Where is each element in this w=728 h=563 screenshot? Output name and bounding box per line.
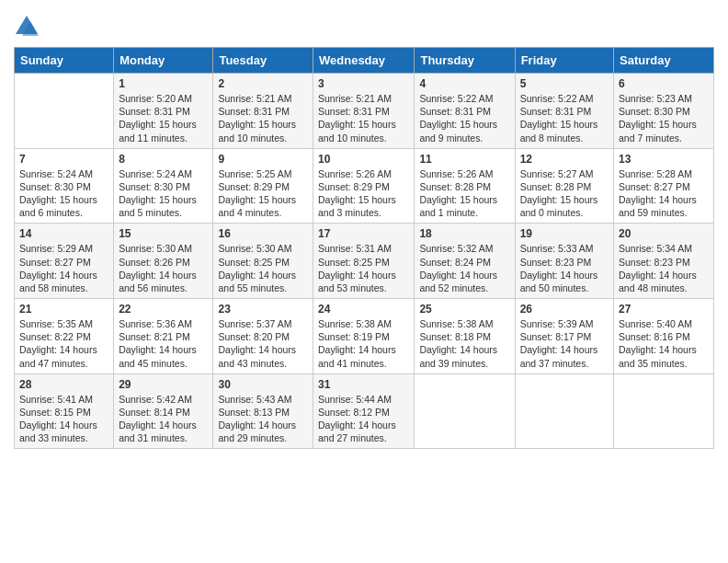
day-info: Sunrise: 5:27 AM Sunset: 8:28 PM Dayligh… — [520, 167, 609, 220]
day-cell: 23Sunrise: 5:37 AM Sunset: 8:20 PM Dayli… — [213, 299, 313, 374]
day-number: 21 — [19, 303, 108, 316]
day-cell — [15, 74, 114, 149]
day-info: Sunrise: 5:44 AM Sunset: 8:12 PM Dayligh… — [318, 393, 409, 445]
day-number: 6 — [619, 77, 709, 90]
calendar-body: 1Sunrise: 5:20 AM Sunset: 8:31 PM Daylig… — [15, 74, 714, 449]
week-row-5: 28Sunrise: 5:41 AM Sunset: 8:15 PM Dayli… — [15, 373, 714, 449]
day-cell: 1Sunrise: 5:20 AM Sunset: 8:31 PM Daylig… — [114, 74, 213, 149]
day-cell: 9Sunrise: 5:25 AM Sunset: 8:29 PM Daylig… — [213, 148, 313, 224]
day-number: 5 — [520, 77, 609, 90]
day-cell — [415, 373, 515, 449]
day-info: Sunrise: 5:37 AM Sunset: 8:20 PM Dayligh… — [218, 317, 308, 370]
day-cell — [515, 373, 613, 449]
day-info: Sunrise: 5:22 AM Sunset: 8:31 PM Dayligh… — [520, 92, 609, 144]
day-cell: 18Sunrise: 5:32 AM Sunset: 8:24 PM Dayli… — [415, 224, 515, 299]
day-number: 31 — [318, 378, 409, 391]
header-cell-sunday: Sunday — [15, 48, 114, 74]
day-info: Sunrise: 5:35 AM Sunset: 8:22 PM Dayligh… — [19, 317, 108, 370]
day-number: 10 — [318, 153, 409, 166]
day-number: 23 — [218, 303, 308, 316]
day-cell: 28Sunrise: 5:41 AM Sunset: 8:15 PM Dayli… — [15, 373, 114, 449]
day-info: Sunrise: 5:21 AM Sunset: 8:31 PM Dayligh… — [218, 92, 308, 144]
day-cell: 6Sunrise: 5:23 AM Sunset: 8:30 PM Daylig… — [614, 74, 714, 149]
day-cell: 29Sunrise: 5:42 AM Sunset: 8:14 PM Dayli… — [114, 373, 213, 449]
day-number: 3 — [318, 77, 409, 90]
day-info: Sunrise: 5:41 AM Sunset: 8:15 PM Dayligh… — [19, 393, 108, 445]
day-info: Sunrise: 5:30 AM Sunset: 8:25 PM Dayligh… — [218, 242, 308, 294]
day-number: 24 — [318, 303, 409, 316]
week-row-2: 7Sunrise: 5:24 AM Sunset: 8:30 PM Daylig… — [15, 148, 714, 224]
day-number: 9 — [218, 153, 308, 166]
day-info: Sunrise: 5:28 AM Sunset: 8:27 PM Dayligh… — [619, 167, 709, 220]
day-info: Sunrise: 5:33 AM Sunset: 8:23 PM Dayligh… — [520, 242, 609, 294]
day-info: Sunrise: 5:26 AM Sunset: 8:29 PM Dayligh… — [318, 167, 409, 220]
day-info: Sunrise: 5:26 AM Sunset: 8:28 PM Dayligh… — [419, 167, 509, 220]
day-info: Sunrise: 5:20 AM Sunset: 8:31 PM Dayligh… — [119, 92, 208, 144]
day-number: 7 — [19, 153, 108, 166]
day-cell: 2Sunrise: 5:21 AM Sunset: 8:31 PM Daylig… — [213, 74, 313, 149]
day-number: 25 — [419, 303, 509, 316]
header-cell-thursday: Thursday — [415, 48, 515, 74]
day-info: Sunrise: 5:22 AM Sunset: 8:31 PM Dayligh… — [419, 92, 509, 144]
day-number: 26 — [520, 303, 609, 316]
day-cell: 22Sunrise: 5:36 AM Sunset: 8:21 PM Dayli… — [114, 299, 213, 374]
week-row-4: 21Sunrise: 5:35 AM Sunset: 8:22 PM Dayli… — [15, 299, 714, 374]
day-info: Sunrise: 5:21 AM Sunset: 8:31 PM Dayligh… — [318, 92, 409, 144]
day-info: Sunrise: 5:31 AM Sunset: 8:25 PM Dayligh… — [318, 242, 409, 294]
day-info: Sunrise: 5:23 AM Sunset: 8:30 PM Dayligh… — [619, 92, 709, 144]
day-number: 15 — [119, 227, 208, 240]
day-number: 28 — [19, 378, 108, 391]
day-number: 20 — [619, 227, 709, 240]
day-info: Sunrise: 5:39 AM Sunset: 8:17 PM Dayligh… — [520, 317, 609, 370]
header-cell-friday: Friday — [515, 48, 613, 74]
day-cell: 10Sunrise: 5:26 AM Sunset: 8:29 PM Dayli… — [313, 148, 415, 224]
day-cell: 30Sunrise: 5:43 AM Sunset: 8:13 PM Dayli… — [213, 373, 313, 449]
day-cell: 19Sunrise: 5:33 AM Sunset: 8:23 PM Dayli… — [515, 224, 613, 299]
day-cell: 27Sunrise: 5:40 AM Sunset: 8:16 PM Dayli… — [614, 299, 714, 374]
day-cell: 4Sunrise: 5:22 AM Sunset: 8:31 PM Daylig… — [415, 74, 515, 149]
day-cell: 12Sunrise: 5:27 AM Sunset: 8:28 PM Dayli… — [515, 148, 613, 224]
day-cell: 17Sunrise: 5:31 AM Sunset: 8:25 PM Dayli… — [313, 224, 415, 299]
day-number: 14 — [19, 227, 108, 240]
day-info: Sunrise: 5:42 AM Sunset: 8:14 PM Dayligh… — [119, 393, 208, 445]
day-number: 8 — [119, 153, 208, 166]
day-number: 16 — [218, 227, 308, 240]
day-info: Sunrise: 5:38 AM Sunset: 8:18 PM Dayligh… — [419, 317, 509, 370]
week-row-1: 1Sunrise: 5:20 AM Sunset: 8:31 PM Daylig… — [15, 74, 714, 149]
day-cell: 16Sunrise: 5:30 AM Sunset: 8:25 PM Dayli… — [213, 224, 313, 299]
day-cell: 3Sunrise: 5:21 AM Sunset: 8:31 PM Daylig… — [313, 74, 415, 149]
day-info: Sunrise: 5:29 AM Sunset: 8:27 PM Dayligh… — [19, 242, 108, 294]
day-cell: 31Sunrise: 5:44 AM Sunset: 8:12 PM Dayli… — [313, 373, 415, 449]
day-cell: 8Sunrise: 5:24 AM Sunset: 8:30 PM Daylig… — [114, 148, 213, 224]
calendar-header: SundayMondayTuesdayWednesdayThursdayFrid… — [15, 48, 714, 74]
header-cell-monday: Monday — [114, 48, 213, 74]
week-row-3: 14Sunrise: 5:29 AM Sunset: 8:27 PM Dayli… — [15, 224, 714, 299]
day-info: Sunrise: 5:30 AM Sunset: 8:26 PM Dayligh… — [119, 242, 208, 294]
day-cell: 13Sunrise: 5:28 AM Sunset: 8:27 PM Dayli… — [614, 148, 714, 224]
day-info: Sunrise: 5:32 AM Sunset: 8:24 PM Dayligh… — [419, 242, 509, 294]
day-number: 22 — [119, 303, 208, 316]
day-cell: 20Sunrise: 5:34 AM Sunset: 8:23 PM Dayli… — [614, 224, 714, 299]
day-cell: 5Sunrise: 5:22 AM Sunset: 8:31 PM Daylig… — [515, 74, 613, 149]
day-number: 2 — [218, 77, 308, 90]
logo-icon — [14, 14, 40, 40]
day-number: 11 — [419, 153, 509, 166]
day-cell: 26Sunrise: 5:39 AM Sunset: 8:17 PM Dayli… — [515, 299, 613, 374]
header-cell-tuesday: Tuesday — [213, 48, 313, 74]
day-info: Sunrise: 5:43 AM Sunset: 8:13 PM Dayligh… — [218, 393, 308, 445]
day-info: Sunrise: 5:40 AM Sunset: 8:16 PM Dayligh… — [619, 317, 709, 370]
day-cell: 21Sunrise: 5:35 AM Sunset: 8:22 PM Dayli… — [15, 299, 114, 374]
day-cell: 11Sunrise: 5:26 AM Sunset: 8:28 PM Dayli… — [415, 148, 515, 224]
day-info: Sunrise: 5:24 AM Sunset: 8:30 PM Dayligh… — [19, 167, 108, 220]
day-info: Sunrise: 5:25 AM Sunset: 8:29 PM Dayligh… — [218, 167, 308, 220]
day-cell: 24Sunrise: 5:38 AM Sunset: 8:19 PM Dayli… — [313, 299, 415, 374]
day-number: 4 — [419, 77, 509, 90]
day-info: Sunrise: 5:24 AM Sunset: 8:30 PM Dayligh… — [119, 167, 208, 220]
day-cell: 15Sunrise: 5:30 AM Sunset: 8:26 PM Dayli… — [114, 224, 213, 299]
day-info: Sunrise: 5:38 AM Sunset: 8:19 PM Dayligh… — [318, 317, 409, 370]
day-number: 12 — [520, 153, 609, 166]
page-header — [14, 9, 714, 40]
header-row: SundayMondayTuesdayWednesdayThursdayFrid… — [15, 48, 714, 74]
day-number: 27 — [619, 303, 709, 316]
day-number: 18 — [419, 227, 509, 240]
